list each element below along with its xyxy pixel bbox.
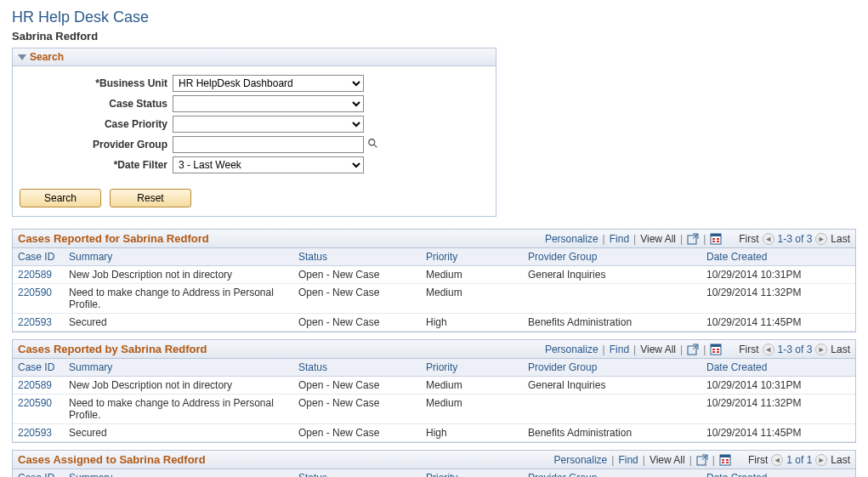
col-status[interactable]: Status <box>293 248 421 266</box>
select-case-status[interactable] <box>173 95 364 112</box>
popup-icon[interactable] <box>687 233 699 245</box>
nav-range[interactable]: 1-3 of 3 <box>778 233 813 245</box>
svg-line-19 <box>702 455 707 460</box>
cell-summary: Secured <box>64 314 293 332</box>
col-summary[interactable]: Summary <box>64 359 293 377</box>
col-case-id[interactable]: Case ID <box>13 469 64 477</box>
label-business-unit: *Business Unit <box>20 77 173 89</box>
select-business-unit[interactable]: HR HelpDesk Dashboard <box>173 75 364 92</box>
col-priority[interactable]: Priority <box>421 248 523 266</box>
nav-last[interactable]: Last <box>831 454 850 466</box>
cell-date-created: 10/29/2014 10:31PM <box>701 266 855 284</box>
grid-title: Cases Reported for Sabrina Redford <box>18 232 209 245</box>
nav-last[interactable]: Last <box>831 344 850 355</box>
svg-rect-6 <box>712 238 715 240</box>
col-priority[interactable]: Priority <box>421 469 523 477</box>
svg-rect-14 <box>712 349 715 350</box>
svg-rect-23 <box>726 459 729 461</box>
reset-button[interactable]: Reset <box>110 189 191 207</box>
select-date-filter[interactable]: 3 - Last Week <box>173 156 364 173</box>
col-summary[interactable]: Summary <box>64 469 293 477</box>
svg-rect-16 <box>712 351 715 353</box>
lookup-icon[interactable] <box>367 138 379 152</box>
cell-case-id[interactable]: 220593 <box>13 314 64 332</box>
input-provider-group[interactable] <box>173 136 364 153</box>
view-all-link[interactable]: View All <box>640 233 676 245</box>
nav-first[interactable]: First <box>739 344 758 355</box>
col-date-created[interactable]: Date Created <box>701 469 855 477</box>
nav-first[interactable]: First <box>748 454 768 466</box>
grid-title: Cases Reported by Sabrina Redford <box>18 343 207 355</box>
col-priority[interactable]: Priority <box>421 359 523 377</box>
col-status[interactable]: Status <box>293 359 421 377</box>
download-icon[interactable] <box>710 233 722 245</box>
svg-rect-24 <box>722 462 724 463</box>
nav-last[interactable]: Last <box>831 233 850 245</box>
cell-summary: New Job Description not in directory <box>64 266 293 284</box>
grid-header: Cases Reported for Sabrina Redford Perso… <box>13 230 855 248</box>
col-status[interactable]: Status <box>293 469 421 477</box>
search-header[interactable]: Search <box>13 48 496 66</box>
grid-title: Cases Assigned to Sabrina Redford <box>18 453 206 466</box>
svg-rect-8 <box>712 241 715 242</box>
col-date-created[interactable]: Date Created <box>701 359 855 377</box>
cell-date-created: 10/29/2014 10:31PM <box>701 377 855 395</box>
nav-range[interactable]: 1 of 1 <box>786 454 812 466</box>
find-link[interactable]: Find <box>610 233 629 245</box>
cell-date-created: 10/29/2014 11:45PM <box>701 314 855 332</box>
cell-provider-group <box>523 395 701 424</box>
nav-first[interactable]: First <box>739 233 758 245</box>
find-link[interactable]: Find <box>610 344 629 355</box>
cell-case-id[interactable]: 220593 <box>13 424 64 442</box>
view-all-link[interactable]: View All <box>650 454 685 466</box>
cell-priority: Medium <box>421 266 523 284</box>
cell-priority: Medium <box>421 395 523 424</box>
col-provider-group[interactable]: Provider Group <box>523 469 701 477</box>
cell-date-created: 10/29/2014 11:45PM <box>701 424 855 442</box>
grid-table: Case ID Summary Status Priority Provider… <box>13 248 855 332</box>
cell-provider-group: Benefits Administration <box>523 424 701 442</box>
download-icon[interactable] <box>719 454 731 466</box>
cell-summary: Secured <box>64 424 293 442</box>
personalize-link[interactable]: Personalize <box>545 233 599 245</box>
page-title: HR Help Desk Case <box>12 9 856 26</box>
col-case-id[interactable]: Case ID <box>13 359 64 377</box>
select-case-priority[interactable] <box>173 116 364 133</box>
svg-line-11 <box>693 344 698 349</box>
personalize-link[interactable]: Personalize <box>554 454 608 466</box>
search-button[interactable]: Search <box>20 189 101 207</box>
svg-rect-21 <box>720 455 730 457</box>
search-panel: Search *Business Unit HR HelpDesk Dashbo… <box>12 48 496 217</box>
nav-prev-icon[interactable]: ◄ <box>771 454 783 466</box>
find-link[interactable]: Find <box>618 454 638 466</box>
cell-case-id[interactable]: 220589 <box>13 266 64 284</box>
cell-case-id[interactable]: 220589 <box>13 377 64 395</box>
popup-icon[interactable] <box>687 344 699 355</box>
cell-status: Open - New Case <box>293 377 421 395</box>
download-icon[interactable] <box>710 344 722 355</box>
popup-icon[interactable] <box>696 454 708 466</box>
col-case-id[interactable]: Case ID <box>13 248 64 266</box>
grid-table: Case ID Summary Status Priority Provider… <box>13 469 855 477</box>
col-summary[interactable]: Summary <box>64 248 293 266</box>
col-date-created[interactable]: Date Created <box>701 248 855 266</box>
nav-next-icon[interactable]: ► <box>815 344 827 355</box>
search-title: Search <box>30 51 64 63</box>
view-all-link[interactable]: View All <box>640 344 676 355</box>
svg-rect-13 <box>711 344 721 347</box>
col-provider-group[interactable]: Provider Group <box>523 248 701 266</box>
cell-case-id[interactable]: 220590 <box>13 395 64 424</box>
svg-rect-22 <box>722 459 724 461</box>
col-provider-group[interactable]: Provider Group <box>523 359 701 377</box>
cell-case-id[interactable]: 220590 <box>13 284 64 314</box>
nav-range[interactable]: 1-3 of 3 <box>778 344 813 355</box>
nav-prev-icon[interactable]: ◄ <box>763 233 774 245</box>
svg-rect-7 <box>717 238 719 240</box>
grid-toolbar: Personalize | Find | View All | | First … <box>545 344 850 355</box>
personalize-link[interactable]: Personalize <box>545 344 599 355</box>
nav-next-icon[interactable]: ► <box>815 233 827 245</box>
table-row: 220589 New Job Description not in direct… <box>13 266 855 284</box>
cell-status: Open - New Case <box>293 266 421 284</box>
nav-next-icon[interactable]: ► <box>815 454 827 466</box>
nav-prev-icon[interactable]: ◄ <box>763 344 774 355</box>
